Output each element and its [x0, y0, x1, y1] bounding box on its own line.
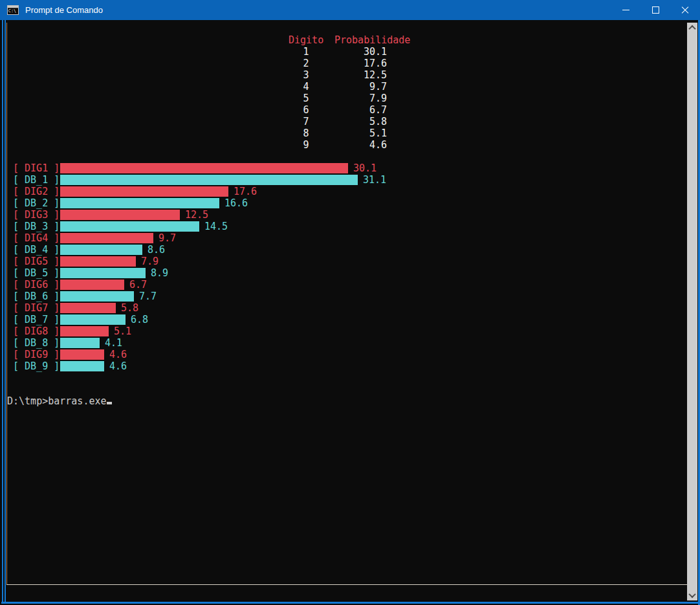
digit-table-rows: 130.1217.6312.549.757.966.775.885.194.6 — [0, 46, 700, 151]
vertical-scrollbar[interactable] — [687, 23, 697, 600]
cmd-window: C:\ Prompt de Comando Digito Probabilida… — [0, 0, 700, 605]
bar-label: [ DB_9 ] — [7, 360, 60, 372]
titlebar[interactable]: C:\ Prompt de Comando — [0, 0, 700, 20]
window-border-bottom — [1, 602, 700, 604]
prompt-text: D:\tmp>barras.exe — [7, 395, 107, 407]
window-title: Prompt de Comando — [25, 5, 103, 15]
bar-value: 4.1 — [105, 337, 122, 349]
bar — [60, 198, 219, 208]
header-probabilidade: Probabilidade — [334, 34, 410, 46]
bar — [60, 175, 358, 185]
bar — [60, 349, 104, 360]
window-border-left-outer — [2, 20, 3, 603]
bar — [60, 221, 199, 232]
close-button[interactable] — [670, 0, 700, 20]
bar-label: [ DIG1 ] — [7, 162, 60, 174]
bar-label: [ DB_1 ] — [7, 174, 60, 186]
table-row: 49.7 — [0, 81, 700, 93]
digit-cell: 6 — [289, 104, 323, 116]
probability-cell: 5.8 — [334, 116, 387, 127]
console-bottom-edge-line — [6, 584, 687, 585]
bar-row: [ DB_9 ]4.6 — [7, 360, 386, 372]
table-row: 66.7 — [0, 104, 700, 116]
table-row: 130.1 — [0, 46, 700, 58]
bar-value: 6.7 — [129, 279, 147, 291]
bar — [60, 280, 124, 290]
bar-value: 9.7 — [159, 232, 176, 244]
bar-row: [ DIG5 ]7.9 — [7, 256, 386, 267]
text-cursor — [107, 402, 112, 404]
bar — [60, 256, 136, 267]
bar-value: 17.6 — [234, 186, 257, 197]
bar-label: [ DIG8 ] — [7, 325, 60, 337]
bar — [60, 338, 100, 348]
bar-label: [ DIG3 ] — [7, 209, 60, 221]
chevron-up-icon — [688, 25, 695, 32]
bar-row: [ DIG4 ]9.7 — [7, 232, 386, 244]
bar-row: [ DB_6 ]7.7 — [7, 291, 386, 302]
header-digit: Digito — [289, 34, 323, 46]
minimize-icon — [622, 10, 629, 10]
digit-cell: 7 — [289, 116, 323, 127]
digit-cell: 1 — [289, 46, 323, 58]
bar-row: [ DIG7 ]5.8 — [7, 302, 386, 314]
close-icon — [681, 6, 690, 15]
table-row: 85.1 — [0, 127, 700, 139]
probability-cell: 17.6 — [334, 58, 387, 69]
bar — [60, 268, 146, 278]
bar-row: [ DB_2 ]16.6 — [7, 197, 386, 209]
bar — [60, 314, 126, 325]
scroll-down-button[interactable] — [687, 590, 697, 600]
bar-value: 8.6 — [148, 244, 165, 256]
bar-label: [ DB_6 ] — [7, 291, 60, 302]
bar-row: [ DIG6 ]6.7 — [7, 279, 386, 291]
bar-label: [ DIG5 ] — [7, 256, 60, 267]
maximize-button[interactable] — [640, 0, 670, 20]
bar-label: [ DB_5 ] — [7, 267, 60, 279]
bar-row: [ DB_1 ]31.1 — [7, 174, 386, 186]
table-row: 312.5 — [0, 69, 700, 81]
probability-cell: 30.1 — [334, 46, 387, 58]
cmd-icon-glyph: C:\ — [8, 8, 17, 14]
cmd-app-icon: C:\ — [7, 5, 19, 15]
bar-value: 4.6 — [109, 349, 127, 360]
bar-label: [ DIG6 ] — [7, 279, 60, 291]
table-row: 57.9 — [0, 93, 700, 104]
probability-cell: 12.5 — [334, 69, 387, 81]
bar — [60, 163, 348, 173]
bar-row: [ DIG2 ]17.6 — [7, 186, 386, 197]
bar-row: [ DIG1 ]30.1 — [7, 162, 386, 174]
table-row: 217.6 — [0, 58, 700, 69]
bar — [60, 291, 134, 302]
bar-row: [ DB_3 ]14.5 — [7, 221, 386, 232]
minimize-button[interactable] — [611, 0, 640, 20]
console-output-area[interactable]: Digito Probabilidade 130.1217.6312.549.7… — [0, 20, 700, 605]
bar — [60, 186, 228, 197]
bar-row: [ DB_5 ]8.9 — [7, 267, 386, 279]
probability-cell: 7.9 — [334, 93, 387, 104]
bar — [60, 245, 142, 255]
bar — [60, 233, 153, 243]
bar-row: [ DIG3 ]12.5 — [7, 209, 386, 221]
bar-value: 7.9 — [141, 256, 159, 267]
bar-chart: [ DIG1 ]30.1[ DB_1 ]31.1[ DIG2 ]17.6[ DB… — [7, 162, 386, 372]
probability-cell: 5.1 — [334, 127, 387, 139]
bar-value: 30.1 — [353, 162, 377, 174]
bar-label: [ DB_2 ] — [7, 197, 60, 209]
bar-row: [ DB_7 ]6.8 — [7, 314, 386, 325]
bar-row: [ DB_4 ]8.6 — [7, 244, 386, 256]
digit-cell: 9 — [289, 139, 323, 151]
bar — [60, 303, 116, 313]
probability-cell: 6.7 — [334, 104, 387, 116]
scroll-up-button[interactable] — [687, 23, 697, 33]
digit-cell: 5 — [289, 93, 323, 104]
bar-value: 31.1 — [363, 174, 386, 186]
window-controls — [611, 0, 700, 20]
bar-label: [ DB_8 ] — [7, 337, 60, 349]
console-left-edge-line — [6, 23, 7, 584]
table-header-row: Digito Probabilidade — [0, 34, 700, 46]
bar-value: 6.8 — [131, 314, 148, 325]
bar-row: [ DIG8 ]5.1 — [7, 325, 386, 337]
bar-value: 16.6 — [224, 197, 248, 209]
bar — [60, 210, 180, 220]
